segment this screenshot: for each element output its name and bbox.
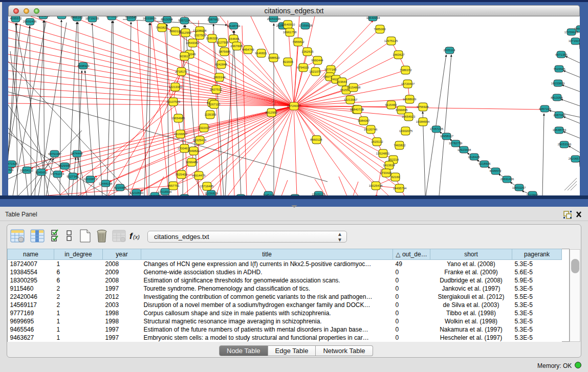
svg-text:10107553: 10107553 [167, 100, 181, 103]
svg-text:1322017: 1322017 [198, 126, 210, 129]
svg-text:7632621: 7632621 [8, 168, 14, 171]
svg-text:2935114: 2935114 [444, 49, 456, 52]
svg-text:2367608: 2367608 [230, 45, 243, 48]
svg-text:10025438: 10025438 [369, 184, 383, 187]
svg-text:6671355: 6671355 [106, 16, 118, 18]
svg-text:11325419: 11325419 [193, 139, 207, 142]
svg-text:16210643: 16210643 [130, 191, 144, 194]
svg-text:14640954: 14640954 [366, 16, 380, 19]
svg-text:10782759: 10782759 [449, 142, 463, 145]
svg-text:10958117: 10958117 [440, 135, 454, 138]
svg-text:8813054: 8813054 [161, 18, 173, 21]
svg-text:9357224: 9357224 [539, 107, 551, 111]
svg-text:2087662: 2087662 [553, 114, 565, 117]
svg-text:1527602: 1527602 [55, 16, 68, 17]
svg-text:12975125: 12975125 [384, 39, 398, 42]
svg-text:1135359: 1135359 [205, 113, 217, 116]
svg-text:6671355: 6671355 [555, 53, 568, 56]
svg-text:8471626: 8471626 [8, 162, 18, 165]
svg-text:2803144: 2803144 [213, 76, 226, 79]
svg-text:26206576: 26206576 [569, 157, 580, 160]
svg-text:8912950: 8912950 [179, 31, 191, 34]
svg-text:2718170: 2718170 [175, 70, 187, 73]
svg-text:11156829: 11156829 [205, 192, 218, 195]
svg-text:29053346: 29053346 [558, 143, 572, 146]
svg-text:16033809: 16033809 [143, 17, 157, 20]
svg-text:7955812: 7955812 [292, 40, 304, 43]
svg-text:62160: 62160 [391, 176, 400, 179]
svg-text:(x): (x) [133, 234, 140, 240]
svg-text:9990444: 9990444 [311, 59, 323, 62]
svg-text:19654985: 19654985 [171, 117, 185, 120]
svg-text:17357225: 17357225 [430, 127, 444, 130]
svg-text:15751074: 15751074 [51, 172, 64, 176]
svg-text:1615132: 1615132 [371, 140, 383, 143]
svg-text:16961758: 16961758 [283, 31, 297, 34]
svg-text:6466160: 6466160 [71, 16, 83, 19]
svg-text:10719155: 10719155 [85, 17, 99, 20]
svg-text:9427512: 9427512 [210, 88, 222, 91]
svg-text:6794023: 6794023 [297, 66, 309, 69]
svg-text:7515545: 7515545 [553, 68, 565, 71]
svg-text:3186328: 3186328 [206, 37, 218, 40]
svg-text:9657791: 9657791 [167, 184, 180, 187]
svg-text:7515545: 7515545 [125, 16, 137, 19]
svg-text:13524851: 13524851 [376, 152, 390, 155]
svg-text:822035: 822035 [283, 60, 294, 63]
svg-text:12213383: 12213383 [169, 85, 183, 89]
svg-text:9127508: 9127508 [216, 41, 229, 44]
svg-text:15716485: 15716485 [200, 185, 214, 188]
svg-text:9084067: 9084067 [358, 119, 370, 122]
svg-text:10654112: 10654112 [20, 169, 34, 172]
svg-text:3875685: 3875685 [219, 50, 231, 53]
svg-text:1327509: 1327509 [194, 34, 206, 37]
svg-text:903617: 903617 [180, 55, 190, 58]
svg-text:16120746: 16120746 [364, 128, 378, 131]
svg-text:1362615: 1362615 [301, 50, 314, 53]
svg-text:8912950: 8912950 [265, 111, 277, 114]
svg-text:12213967: 12213967 [344, 98, 358, 101]
svg-text:17359928: 17359928 [564, 31, 578, 34]
svg-text:8242848: 8242848 [215, 63, 227, 66]
svg-text:6879197: 6879197 [48, 152, 60, 156]
svg-text:10653267: 10653267 [512, 186, 526, 189]
svg-text:154649: 154649 [229, 37, 239, 40]
svg-text:13302075: 13302075 [399, 129, 413, 133]
svg-text:7386372: 7386372 [400, 69, 412, 72]
svg-text:7625402: 7625402 [175, 173, 187, 176]
svg-text:203644: 203644 [337, 80, 347, 83]
svg-text:8938923: 8938923 [77, 64, 90, 68]
svg-text:14495794: 14495794 [393, 187, 407, 190]
svg-text:6399695: 6399695 [396, 108, 408, 112]
svg-text:10688609: 10688609 [403, 98, 417, 101]
svg-text:9529995: 9529995 [58, 164, 71, 167]
svg-text:7485063: 7485063 [374, 28, 386, 31]
svg-text:10653267: 10653267 [37, 16, 51, 17]
svg-text:252214: 252214 [388, 158, 399, 161]
svg-text:1621072: 1621072 [309, 70, 321, 73]
svg-text:15720407: 15720407 [401, 82, 415, 85]
svg-text:1413614: 1413614 [383, 164, 395, 167]
svg-text:10654923: 10654923 [402, 115, 416, 118]
svg-text:7463822: 7463822 [394, 144, 406, 147]
svg-text:4035572: 4035572 [10, 17, 22, 20]
svg-text:9099489: 9099489 [186, 161, 198, 164]
svg-text:18724007: 18724007 [287, 104, 301, 107]
svg-text:7463822: 7463822 [156, 26, 168, 29]
svg-text:9227342: 9227342 [67, 175, 79, 178]
svg-text:9218506: 9218506 [478, 162, 491, 165]
svg-text:17359928: 17359928 [299, 24, 313, 27]
svg-text:1618425: 1618425 [468, 156, 480, 159]
svg-text:1549822: 1549822 [187, 149, 200, 152]
svg-text:20691406: 20691406 [23, 20, 37, 23]
svg-text:16154808: 16154808 [347, 86, 361, 89]
svg-text:12923448: 12923448 [458, 148, 471, 151]
svg-text:19166827: 19166827 [174, 133, 188, 136]
svg-text:9115460: 9115460 [385, 103, 398, 106]
svg-text:9777169: 9777169 [324, 68, 337, 71]
svg-text:20691406: 20691406 [500, 178, 514, 181]
svg-text:8454749: 8454749 [242, 48, 254, 51]
svg-text:4035572: 4035572 [489, 169, 502, 172]
svg-text:9756928: 9756928 [417, 105, 429, 108]
svg-text:3267110: 3267110 [209, 103, 221, 106]
